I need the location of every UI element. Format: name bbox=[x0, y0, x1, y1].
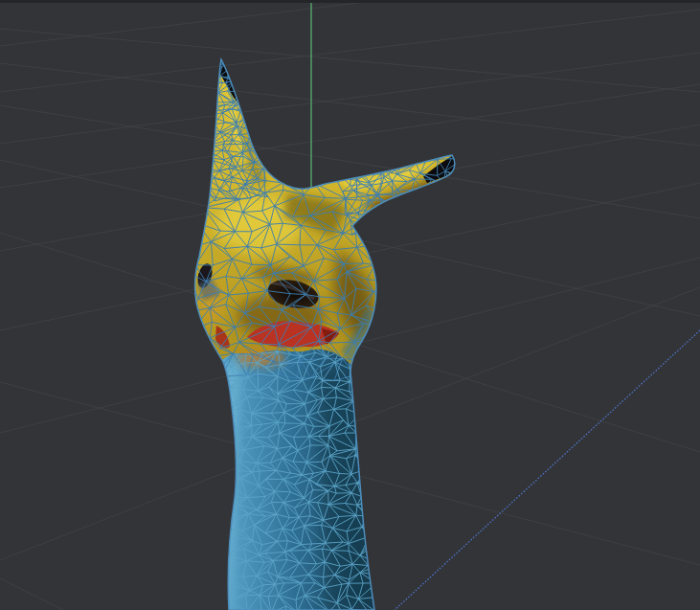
scene-svg bbox=[0, 0, 700, 610]
viewport-3d[interactable] bbox=[0, 0, 700, 610]
viewport-top-border bbox=[0, 0, 700, 3]
